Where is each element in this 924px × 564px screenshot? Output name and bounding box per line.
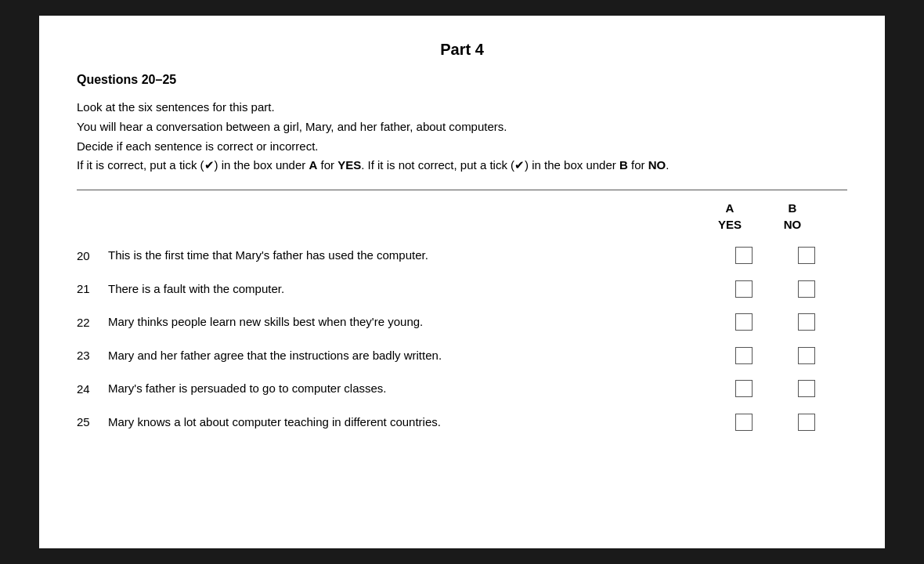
question-number-24: 24 bbox=[77, 382, 108, 396]
question-number-25: 25 bbox=[77, 415, 108, 428]
checkbox-b-22[interactable] bbox=[798, 313, 815, 331]
checkbox-b-20[interactable] bbox=[798, 247, 815, 264]
checkboxes-24 bbox=[713, 380, 847, 397]
checkbox-a-21[interactable] bbox=[735, 280, 753, 298]
question-number-20: 20 bbox=[77, 249, 108, 262]
question-number-23: 23 bbox=[77, 349, 108, 362]
question-number-21: 21 bbox=[77, 282, 108, 295]
checkbox-b-23[interactable] bbox=[798, 347, 815, 364]
checkboxes-22 bbox=[713, 313, 847, 331]
checkboxes-21 bbox=[713, 280, 847, 298]
question-row-22: 22 Mary thinks people learn new skills b… bbox=[77, 306, 847, 339]
question-text-22: Mary thinks people learn new skills best… bbox=[108, 313, 713, 331]
column-b-sublabel: NO bbox=[761, 216, 824, 233]
checkboxes-25 bbox=[713, 414, 847, 431]
questions-list: 20 This is the first time that Mary's fa… bbox=[77, 239, 847, 439]
question-row-25: 25 Mary knows a lot about computer teach… bbox=[77, 406, 847, 439]
checkbox-a-24[interactable] bbox=[735, 380, 753, 397]
column-a-label: A bbox=[698, 200, 761, 216]
checkbox-a-cell-25 bbox=[713, 414, 775, 431]
checkbox-a-cell-22 bbox=[713, 313, 775, 331]
checkbox-b-25[interactable] bbox=[798, 414, 815, 431]
checkbox-a-cell-24 bbox=[713, 380, 775, 397]
question-text-24: Mary's father is persuaded to go to comp… bbox=[108, 380, 713, 398]
question-text-21: There is a fault with the computer. bbox=[108, 280, 713, 298]
checkbox-b-cell-20 bbox=[775, 247, 838, 264]
question-text-20: This is the first time that Mary's fathe… bbox=[108, 247, 713, 265]
checkbox-b-cell-22 bbox=[775, 313, 838, 331]
question-row-20: 20 This is the first time that Mary's fa… bbox=[77, 239, 847, 273]
checkboxes-20 bbox=[713, 247, 847, 264]
instruction-line-1: Look at the six sentences for this part. bbox=[77, 100, 275, 114]
question-text-23: Mary and her father agree that the instr… bbox=[108, 347, 713, 365]
checkbox-b-cell-25 bbox=[775, 414, 838, 431]
question-row-24: 24 Mary's father is persuaded to go to c… bbox=[77, 372, 847, 406]
question-text-25: Mary knows a lot about computer teaching… bbox=[108, 414, 713, 432]
checkbox-a-25[interactable] bbox=[735, 414, 753, 431]
checkbox-a-22[interactable] bbox=[735, 313, 753, 331]
answer-header: A YES B NO bbox=[77, 200, 847, 233]
page-container: Part 4 Questions 20–25 Look at the six s… bbox=[39, 16, 885, 548]
checkbox-a-23[interactable] bbox=[735, 347, 753, 364]
instruction-line-3: Decide if each sentence is correct or in… bbox=[77, 139, 318, 153]
question-row-23: 23 Mary and her father agree that the in… bbox=[77, 339, 847, 373]
checkbox-b-cell-21 bbox=[775, 280, 838, 298]
checkbox-a-20[interactable] bbox=[735, 247, 753, 264]
checkboxes-23 bbox=[713, 347, 847, 364]
column-a-sublabel: YES bbox=[698, 216, 761, 233]
instruction-if: If it is correct, put a tick (✔) in the … bbox=[77, 158, 669, 172]
checkbox-b-cell-24 bbox=[775, 380, 838, 397]
column-b-header: B NO bbox=[761, 200, 824, 233]
instructions-block: Look at the six sentences for this part.… bbox=[77, 98, 847, 175]
checkbox-b-21[interactable] bbox=[798, 280, 815, 298]
question-row-21: 21 There is a fault with the computer. bbox=[77, 273, 847, 306]
checkbox-a-cell-20 bbox=[713, 247, 775, 264]
checkbox-b-24[interactable] bbox=[798, 380, 815, 397]
checkbox-a-cell-23 bbox=[713, 347, 775, 364]
section-divider bbox=[77, 190, 847, 190]
instruction-line-2: You will hear a conversation between a g… bbox=[77, 120, 507, 133]
part-title: Part 4 bbox=[77, 41, 847, 59]
instruction-line-4: If it is correct, put a tick (✔) in the … bbox=[77, 158, 669, 172]
checkbox-a-cell-21 bbox=[713, 280, 775, 298]
question-number-22: 22 bbox=[77, 316, 108, 329]
checkbox-b-cell-23 bbox=[775, 347, 838, 364]
questions-label: Questions 20–25 bbox=[77, 73, 847, 87]
column-b-label: B bbox=[761, 200, 824, 216]
column-a-header: A YES bbox=[698, 200, 761, 233]
